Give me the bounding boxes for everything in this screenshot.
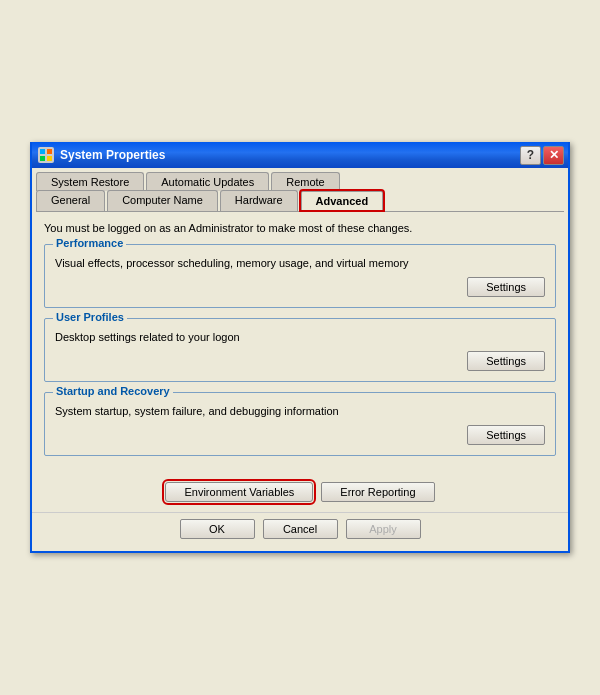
user-profiles-settings-button[interactable]: Settings	[467, 351, 545, 371]
tabs-bottom-row: General Computer Name Hardware Advanced	[32, 190, 568, 211]
performance-section: Performance Visual effects, processor sc…	[44, 244, 556, 308]
environment-variables-button[interactable]: Environment Variables	[165, 482, 313, 502]
svg-rect-1	[47, 149, 52, 154]
tab-general[interactable]: General	[36, 190, 105, 211]
tab-automatic-updates[interactable]: Automatic Updates	[146, 172, 269, 191]
help-button[interactable]: ?	[520, 146, 541, 165]
bottom-button-row: OK Cancel Apply	[32, 512, 568, 551]
startup-recovery-section: Startup and Recovery System startup, sys…	[44, 392, 556, 456]
window-icon	[38, 147, 54, 163]
startup-recovery-label: Startup and Recovery	[53, 385, 173, 397]
middle-button-row: Environment Variables Error Reporting	[32, 476, 568, 508]
user-profiles-description: Desktop settings related to your logon	[55, 331, 545, 343]
svg-rect-0	[40, 149, 45, 154]
admin-notice: You must be logged on as an Administrato…	[44, 222, 556, 234]
close-button[interactable]: ✕	[543, 146, 564, 165]
user-profiles-label: User Profiles	[53, 311, 127, 323]
title-bar-buttons: ? ✕	[520, 146, 564, 165]
performance-btn-row: Settings	[55, 277, 545, 297]
title-bar-text: System Properties	[60, 148, 165, 162]
tab-advanced[interactable]: Advanced	[300, 190, 385, 211]
tab-hardware[interactable]: Hardware	[220, 190, 298, 211]
startup-recovery-btn-row: Settings	[55, 425, 545, 445]
apply-button[interactable]: Apply	[346, 519, 421, 539]
cancel-button[interactable]: Cancel	[263, 519, 338, 539]
user-profiles-section: User Profiles Desktop settings related t…	[44, 318, 556, 382]
tab-remote[interactable]: Remote	[271, 172, 340, 191]
tab-system-restore[interactable]: System Restore	[36, 172, 144, 191]
ok-button[interactable]: OK	[180, 519, 255, 539]
tab-content-advanced: You must be logged on as an Administrato…	[32, 212, 568, 476]
title-bar-title-group: System Properties	[38, 147, 165, 163]
performance-description: Visual effects, processor scheduling, me…	[55, 257, 545, 269]
startup-recovery-settings-button[interactable]: Settings	[467, 425, 545, 445]
startup-recovery-description: System startup, system failure, and debu…	[55, 405, 545, 417]
tabs-top-row: System Restore Automatic Updates Remote	[32, 168, 568, 191]
svg-rect-2	[40, 156, 45, 161]
tab-computer-name[interactable]: Computer Name	[107, 190, 218, 211]
performance-settings-button[interactable]: Settings	[467, 277, 545, 297]
performance-label: Performance	[53, 237, 126, 249]
error-reporting-button[interactable]: Error Reporting	[321, 482, 434, 502]
system-properties-window: System Properties ? ✕ System Restore Aut…	[30, 142, 570, 553]
user-profiles-btn-row: Settings	[55, 351, 545, 371]
title-bar: System Properties ? ✕	[32, 142, 568, 168]
svg-rect-3	[47, 156, 52, 161]
